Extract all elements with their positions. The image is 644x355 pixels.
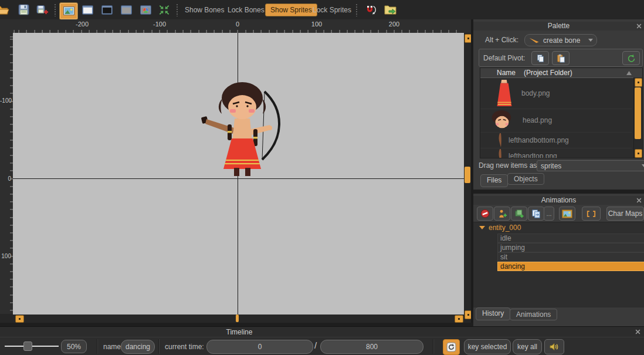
tab-files[interactable]: Files — [480, 174, 508, 187]
toolbar-grip-1[interactable] — [54, 4, 57, 16]
toolbar-separator — [158, 339, 159, 354]
add-entity-button[interactable] — [494, 207, 510, 221]
name-label: name — [103, 343, 121, 351]
file-name: head.png — [523, 116, 552, 124]
list-scroll-up-button[interactable] — [635, 78, 642, 87]
file-list-header-name: Name — [497, 69, 516, 77]
file-name: lefthandtop.png — [509, 152, 557, 159]
copy-pivot-button[interactable] — [531, 51, 549, 65]
animation-row-dancing[interactable]: dancing — [497, 262, 644, 271]
snap-toggle-button[interactable] — [365, 0, 377, 19]
canvas-vertical-scrollbar[interactable] — [464, 33, 471, 315]
file-row-head[interactable]: head.png — [480, 109, 632, 133]
canvas-horizontal-scrollbar[interactable] — [13, 315, 464, 323]
file-list-scrollbar[interactable] — [633, 77, 642, 158]
toolbar-grip-3[interactable] — [355, 4, 358, 16]
right-dock-panel: Palette Alt + Click: create bone Default… — [473, 19, 644, 326]
open-file-button[interactable] — [0, 0, 10, 19]
duplicate-animation-button[interactable] — [528, 207, 544, 221]
animations-panel-header[interactable]: Animations — [473, 196, 644, 205]
refresh-pivot-button[interactable] — [622, 51, 640, 65]
save-as-button[interactable] — [36, 0, 49, 19]
drag-new-items-label: Drag new items as — [479, 161, 537, 170]
fit-view-button[interactable] — [158, 0, 170, 19]
file-row-lefthandtop[interactable]: lefthandtop.png — [480, 148, 632, 158]
zoom-percent-button[interactable]: 50% — [61, 340, 87, 353]
key-selected-button[interactable]: key selected — [464, 339, 511, 354]
lock-bones-label: Lock Bones — [228, 6, 265, 14]
list-scroll-thumb[interactable] — [635, 87, 641, 139]
horizontal-scroll-thumb[interactable] — [236, 315, 239, 322]
file-list-header-folder: (Project Folder) — [524, 69, 572, 77]
scroll-right-button[interactable] — [455, 315, 463, 323]
char-maps-button[interactable]: Char Maps — [606, 207, 644, 221]
vertical-scroll-thumb[interactable] — [465, 167, 470, 183]
tab-objects-label: Objects — [514, 175, 538, 183]
tab-animations-label: Animations — [516, 310, 551, 319]
entity-row[interactable]: entity_000 — [479, 224, 521, 232]
ruler-label: 200 — [389, 21, 399, 28]
timeline-toolbar: 50% name current time: / key selected ke… — [0, 337, 644, 355]
list-scroll-down-button[interactable] — [635, 149, 642, 158]
animation-length-input[interactable] — [320, 340, 423, 354]
drag-new-items-dropdown[interactable]: sprites — [537, 160, 644, 171]
character-sprite[interactable] — [195, 76, 289, 176]
animation-row-sit[interactable]: sit — [497, 252, 644, 262]
default-pivot-group: Default Pivot: — [479, 49, 643, 67]
show-sprites-button[interactable]: Show Sprites — [265, 0, 317, 19]
window-color-button[interactable] — [140, 0, 151, 19]
save-as-icon — [36, 4, 49, 15]
timeline-panel-header[interactable]: Timeline — [0, 326, 644, 337]
palette-panel-header[interactable]: Palette — [473, 22, 644, 31]
sort-arrow-icon[interactable] — [626, 71, 632, 75]
tab-history[interactable]: History — [476, 307, 510, 320]
key-all-button[interactable]: key all — [513, 339, 542, 354]
canvas-workspace[interactable] — [13, 33, 464, 315]
export-button[interactable] — [384, 0, 396, 19]
origin-axis-horizontal — [13, 178, 464, 179]
tab-animations[interactable]: Animations — [510, 309, 557, 320]
dock-divider — [473, 190, 644, 194]
toolbar-separator — [433, 339, 433, 354]
snap-magnet-icon — [365, 4, 377, 16]
file-list-header[interactable]: Name (Project Folder) — [480, 68, 642, 78]
show-canvas-toggle-button[interactable] — [59, 1, 78, 21]
toolbar-grip-2[interactable] — [176, 4, 179, 16]
close-icon[interactable] — [635, 329, 640, 334]
animation-row-jumping[interactable]: jumping — [497, 243, 644, 252]
expander-icon[interactable] — [479, 226, 485, 229]
window-gray-button[interactable] — [121, 0, 132, 19]
show-bones-button[interactable]: Show Bones — [185, 0, 224, 19]
ruler-label: -200 — [76, 21, 89, 28]
auto-key-button[interactable] — [443, 339, 460, 355]
lock-bones-button[interactable]: Lock Bones — [228, 0, 265, 19]
file-row-lefthandbottom[interactable]: lefthandbottom.png — [480, 132, 632, 148]
more-options-button[interactable]: ... — [544, 207, 554, 221]
alt-click-dropdown[interactable]: create bone — [524, 34, 597, 46]
window-dark-button[interactable] — [101, 0, 113, 19]
lock-sprites-button[interactable]: Lock Sprites — [313, 0, 351, 19]
paste-pivot-button[interactable] — [552, 51, 570, 65]
animation-name-input[interactable] — [121, 340, 155, 354]
current-time-input[interactable] — [206, 340, 313, 354]
close-icon[interactable] — [636, 23, 642, 29]
alt-click-value: create bone — [543, 36, 580, 45]
save-button[interactable] — [18, 0, 29, 19]
hand-thumbnail — [497, 148, 504, 159]
delete-animation-button[interactable] — [477, 207, 493, 221]
tab-objects[interactable]: Objects — [507, 173, 544, 185]
sound-button[interactable] — [544, 339, 564, 354]
add-animation-icon — [514, 209, 524, 219]
current-time-label: current time: — [165, 343, 204, 351]
animation-row-idle[interactable]: idle — [497, 234, 644, 243]
zoom-slider-handle[interactable] — [23, 342, 32, 351]
window-light-button[interactable] — [82, 0, 93, 19]
add-animation-button[interactable] — [511, 207, 527, 221]
duplicate-icon — [531, 209, 541, 219]
close-icon[interactable] — [636, 198, 642, 203]
file-row-body[interactable]: body.png — [480, 78, 632, 109]
scroll-left-button[interactable] — [15, 315, 24, 323]
add-entity-icon — [497, 209, 507, 219]
animation-preview-button[interactable] — [559, 207, 575, 221]
selection-bounds-button[interactable] — [582, 207, 601, 221]
